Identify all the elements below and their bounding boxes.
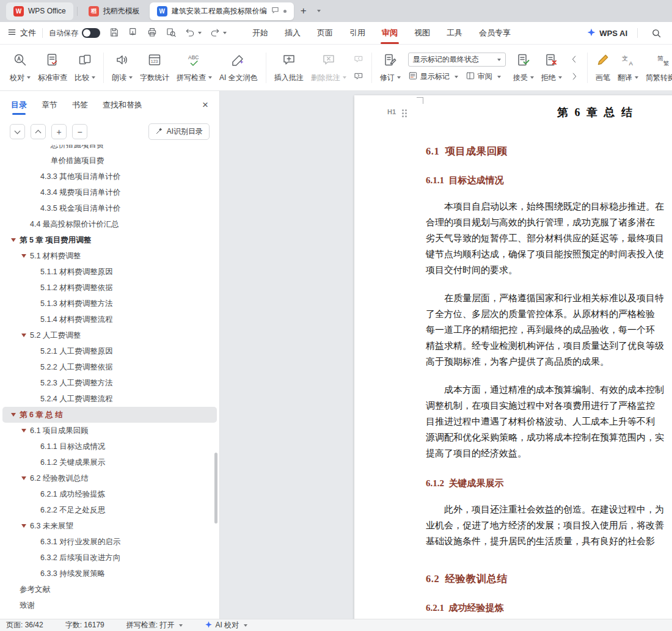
proofread-button[interactable]: 校对 <box>6 50 34 86</box>
toc-item[interactable]: 致谢 <box>2 597 217 613</box>
toc-item[interactable]: 6.1.1 目标达成情况 <box>2 439 217 454</box>
menu-tab-1[interactable]: 插入 <box>285 22 301 44</box>
sidebar-tab-chapters[interactable]: 章节 <box>42 91 57 119</box>
menu-tab-3[interactable]: 引用 <box>349 22 365 44</box>
toc-item[interactable]: 4.4 最高投标限价计价汇总 <box>2 216 217 232</box>
next-comment-button[interactable] <box>352 71 365 82</box>
chevron-up-button[interactable] <box>31 124 46 139</box>
ai-detect-toc-button[interactable]: AI识别目录 <box>148 123 210 140</box>
close-icon[interactable]: × <box>202 91 208 119</box>
standard-check-button[interactable]: 标准审查 <box>34 50 71 86</box>
toc-item[interactable]: 6.3.1 对行业发展的启示 <box>2 534 217 550</box>
compare-button[interactable]: 比较 <box>71 50 99 86</box>
ribbon-button-label: 拒绝 <box>541 73 562 83</box>
toc-item[interactable]: 6.2.2 不足之处反思 <box>2 502 217 518</box>
toc-item[interactable]: 第 5 章 项目费用调整 <box>2 232 217 248</box>
toc-item[interactable]: 5.2.1 人工费调整原因 <box>2 343 217 359</box>
ai-polish-button[interactable]: AI 全文润色 <box>216 50 261 86</box>
insert-comment-button[interactable]: 插入批注 <box>271 50 307 86</box>
spellcheck-status[interactable]: 拼写检查: 打开 <box>126 620 183 630</box>
export-button[interactable] <box>125 25 141 41</box>
sidebar-tab-bookmarks[interactable]: 书签 <box>72 91 88 119</box>
new-tab-button[interactable]: + <box>296 4 311 18</box>
toc-item[interactable]: 总价措施项目费 <box>2 145 217 153</box>
menu-tab-7[interactable]: 会员专享 <box>479 22 511 44</box>
toc-item[interactable]: 5.2 人工费调整 <box>2 327 217 343</box>
ribbon-button-label: 拼写检查 <box>177 73 212 83</box>
toc-item[interactable]: 6.1 项目成果回顾 <box>2 423 217 439</box>
toc-item[interactable]: 6.3 未来展望 <box>2 518 217 534</box>
show-markup-button[interactable]: 显示标记 <box>408 71 458 82</box>
toc-item[interactable]: 5.2.3 人工费调整方法 <box>2 375 217 391</box>
toc-expand-arrow[interactable] <box>21 334 26 337</box>
print-button[interactable] <box>144 25 160 41</box>
track-changes-button[interactable]: 修订 <box>376 50 404 86</box>
drag-handle-icon[interactable] <box>402 109 404 111</box>
toc-item[interactable]: 4.3.4 规费项目清单计价 <box>2 184 217 200</box>
word-count-button[interactable]: 123字数统计 <box>136 50 173 86</box>
translate-button[interactable]: 文A翻译 <box>614 50 642 86</box>
minus-button[interactable]: − <box>72 124 87 139</box>
toc-item[interactable]: 6.3.2 后续项目改进方向 <box>2 550 217 566</box>
tab-list-dropdown[interactable] <box>315 10 321 12</box>
toc-expand-arrow[interactable] <box>21 429 26 432</box>
toc-expand-arrow[interactable] <box>21 254 26 258</box>
document-content[interactable]: 第 6 章 总 结 6.1 项目成果回顾6.1.1 目标达成情况本项目自启动以来… <box>354 95 672 619</box>
toc-item[interactable]: 5.2.4 人工费调整流程 <box>2 391 217 407</box>
toc-item[interactable]: 5.1.4 材料费调整流程 <box>2 312 217 327</box>
file-menu-button[interactable]: 文件 <box>7 27 36 38</box>
simp-trad-button[interactable]: 简繁简繁转换 <box>642 50 672 86</box>
menu-tab-6[interactable]: 工具 <box>447 22 462 44</box>
toc-item[interactable]: 参考文献 <box>2 582 217 597</box>
print-preview-button[interactable] <box>163 25 179 41</box>
toc-item[interactable]: 4.3.5 税金项目清单计价 <box>2 200 217 216</box>
accept-button[interactable]: 接受 <box>509 50 538 86</box>
autosave-toggle[interactable] <box>82 28 100 38</box>
search-icon[interactable] <box>648 25 665 41</box>
svg-text:ABC: ABC <box>188 54 199 60</box>
sidebar-scrollbar[interactable] <box>214 453 217 523</box>
document-page[interactable]: H1 第 6 章 总 结 6.1 项目成果回顾6.1.1 目标达成情况本项目自启… <box>354 95 672 619</box>
ai-proof-button[interactable]: AI 校对 <box>205 620 247 630</box>
menu-tab-2[interactable]: 页面 <box>317 22 333 44</box>
markup-state-combobox[interactable]: 显示标记的最终状态 <box>408 53 506 67</box>
spell-check-button[interactable]: ABC拼写检查 <box>173 50 216 86</box>
toc-item[interactable]: 5.1 材料费调整 <box>2 248 217 264</box>
review-pane-button[interactable]: 审阅 <box>466 71 501 82</box>
redo-button[interactable] <box>207 25 229 41</box>
toc-item[interactable]: 5.1.3 材料费调整方法 <box>2 296 217 312</box>
toc-item[interactable]: 6.2 经验教训总结 <box>2 470 217 486</box>
toc-expand-arrow[interactable] <box>11 413 16 417</box>
menu-tab-5[interactable]: 视图 <box>414 22 430 44</box>
chevron-down-button[interactable] <box>10 124 25 139</box>
toc-item[interactable]: 6.1.2 关键成果展示 <box>2 454 217 470</box>
read-aloud-button[interactable]: 朗读 <box>108 50 136 86</box>
tab-document[interactable]: W 建筑安装工程最高投标限价编 <box>150 2 294 20</box>
next-change-button[interactable] <box>568 71 581 82</box>
undo-button[interactable] <box>182 25 204 41</box>
toc-item[interactable]: 5.1.1 材料费调整原因 <box>2 264 217 280</box>
pen-button[interactable]: 画笔 <box>592 50 614 86</box>
toc-item[interactable]: 5.1.2 材料费调整依据 <box>2 280 217 296</box>
sidebar-tab-toc[interactable]: 目录 <box>11 91 27 119</box>
wps-ai-button[interactable]: WPS AI <box>586 27 627 39</box>
toc-item[interactable]: 6.2.1 成功经验提炼 <box>2 486 217 502</box>
spell-check-icon: ABC <box>187 53 202 69</box>
toc-expand-arrow[interactable] <box>11 238 16 242</box>
tab-docer-templates[interactable]: 稻 找稻壳模板 <box>81 2 147 20</box>
toc-item[interactable]: 6.3.3 持续发展策略 <box>2 566 217 582</box>
sidebar-tab-find-replace[interactable]: 查找和替换 <box>103 91 142 119</box>
toc-expand-arrow[interactable] <box>21 476 26 480</box>
toc-expand-arrow[interactable] <box>21 524 26 528</box>
menu-tab-0[interactable]: 开始 <box>252 22 268 44</box>
toc-item[interactable]: 第 6 章 总 结 <box>2 407 217 423</box>
toc-item[interactable]: 单价措施项目费 <box>2 153 217 169</box>
tab-wps-office[interactable]: W WPS Office <box>6 2 73 20</box>
menu-tab-4[interactable]: 审阅 <box>382 22 398 44</box>
prev-change-button[interactable] <box>568 54 581 65</box>
toc-item[interactable]: 4.3.3 其他项目清单计价 <box>2 169 217 184</box>
plus-button[interactable]: + <box>51 124 67 139</box>
save-button[interactable] <box>106 25 122 41</box>
toc-item[interactable]: 5.2.2 人工费调整依据 <box>2 359 217 375</box>
reject-button[interactable]: 拒绝 <box>538 50 566 86</box>
